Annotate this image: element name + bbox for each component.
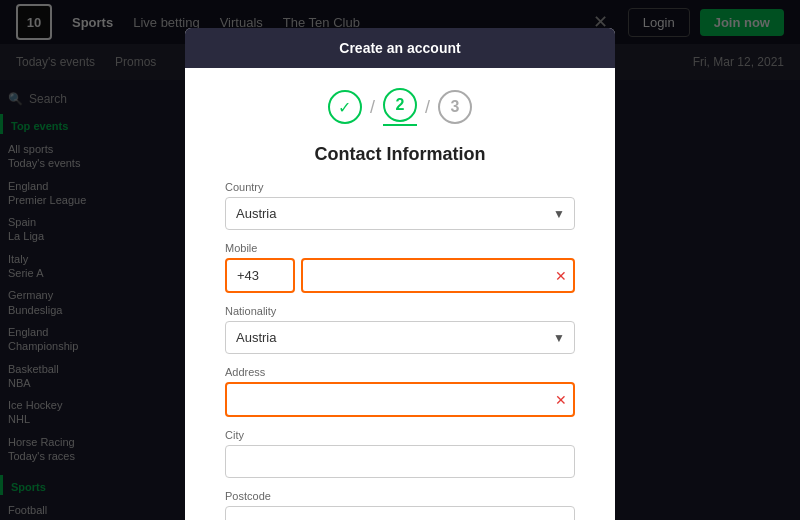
nationality-label: Nationality — [225, 305, 575, 317]
registration-modal: Create an account ✓ / 2 / 3 Contact Info… — [185, 28, 615, 520]
step-divider-2: / — [425, 97, 430, 118]
step-2: 2 — [383, 88, 417, 122]
mobile-number-input[interactable] — [301, 258, 575, 293]
step-divider-1: / — [370, 97, 375, 118]
modal-body: ✓ / 2 / 3 Contact Information Country Au… — [185, 68, 615, 520]
postcode-input[interactable] — [225, 506, 575, 520]
address-label: Address — [225, 366, 575, 378]
country-select[interactable]: Austria — [225, 197, 575, 230]
nationality-field-group: Nationality Austria ▼ — [225, 305, 575, 354]
steps-indicator: ✓ / 2 / 3 — [225, 88, 575, 126]
city-label: City — [225, 429, 575, 441]
country-select-wrap: Austria ▼ — [225, 197, 575, 230]
mobile-clear-icon[interactable]: ✕ — [555, 268, 567, 284]
mobile-label: Mobile — [225, 242, 575, 254]
address-field-group: Address ✕ — [225, 366, 575, 417]
nationality-select[interactable]: Austria — [225, 321, 575, 354]
address-input[interactable] — [225, 382, 575, 417]
modal-title: Create an account — [339, 40, 460, 56]
mobile-prefix-input[interactable] — [225, 258, 295, 293]
step-1-complete: ✓ — [328, 90, 362, 124]
country-label: Country — [225, 181, 575, 193]
address-input-wrap: ✕ — [225, 382, 575, 417]
postcode-field-group: Postcode — [225, 490, 575, 520]
mobile-row: ✕ — [225, 258, 575, 293]
step-2-wrapper: 2 — [383, 88, 417, 126]
nationality-select-wrap: Austria ▼ — [225, 321, 575, 354]
postcode-label: Postcode — [225, 490, 575, 502]
country-field-group: Country Austria ▼ — [225, 181, 575, 230]
mobile-input-wrap: ✕ — [301, 258, 575, 293]
form-title: Contact Information — [225, 144, 575, 165]
mobile-field-group: Mobile ✕ — [225, 242, 575, 293]
modal-header: Create an account — [185, 28, 615, 68]
step-3: 3 — [438, 90, 472, 124]
city-field-group: City — [225, 429, 575, 478]
address-clear-icon[interactable]: ✕ — [555, 392, 567, 408]
city-input[interactable] — [225, 445, 575, 478]
